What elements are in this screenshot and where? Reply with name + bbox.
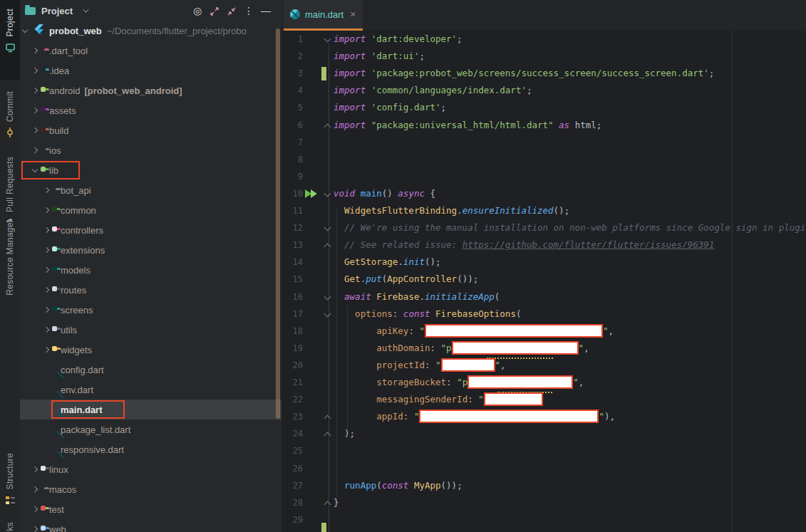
tree-row-label: assets [49, 105, 76, 116]
chevron-collapsed-icon[interactable] [32, 486, 38, 492]
tree-row-screens[interactable]: screens [20, 300, 281, 320]
code-line-13: 13 // See related issue: https://github.… [281, 236, 806, 254]
chevron-down-icon[interactable] [83, 6, 88, 12]
chevron-collapsed-icon[interactable] [43, 347, 49, 353]
line-number: 22 [281, 391, 303, 408]
tree-row-config.dart[interactable]: config.dart [20, 360, 281, 380]
code-line-23: 23 appId: ""), [281, 408, 806, 425]
chevron-collapsed-icon[interactable] [32, 48, 38, 53]
tree-row-label: .dart_tool [49, 46, 88, 56]
code-text: WidgetsFlutterBinding.ensureInitialized(… [334, 202, 569, 219]
chevron-expanded-icon[interactable] [32, 166, 38, 172]
project-scrollbar-thumb[interactable] [276, 28, 280, 419]
tree-row-linux[interactable]: linux [20, 459, 281, 479]
tree-row-extensions[interactable]: extensions [20, 240, 281, 260]
line-number: 13 [281, 236, 303, 254]
code-editor: main.dart × 1import 'dart:developer';2im… [281, 0, 806, 532]
stripe-item-bookmarks[interactable]: Bookmarks [0, 522, 20, 532]
tree-row-.dart_tool[interactable]: .dart_tool [20, 41, 281, 61]
close-tab-icon[interactable]: × [350, 9, 356, 19]
stripe-item-resource-manager[interactable]: Resource Manager [0, 214, 20, 302]
code-line-11: 11 WidgetsFlutterBinding.ensureInitializ… [281, 202, 806, 219]
tree-row-utils[interactable]: utils [20, 320, 281, 340]
stripe-item-commit[interactable]: Commit [0, 85, 20, 154]
tree-row-bot_api[interactable]: bot_api [20, 180, 281, 200]
code-text: authDomain: "p", [334, 340, 589, 357]
code-text: import "package:universal_html/html.dart… [334, 117, 601, 134]
chevron-collapsed-icon[interactable] [32, 127, 38, 133]
fold-region-start-icon[interactable] [324, 293, 331, 300]
tree-row-lib[interactable]: lib [20, 160, 281, 180]
tree-row-package_list.dart[interactable]: package_list.dart [20, 419, 281, 439]
tree-row-label: lib [49, 165, 58, 176]
tree-row-label: controllers [61, 225, 103, 236]
code-area[interactable]: 1import 'dart:developer';2import 'dart:u… [281, 31, 806, 532]
chevron-collapsed-icon[interactable] [32, 88, 38, 93]
chevron-collapsed-icon[interactable] [32, 506, 38, 512]
expand-all-icon[interactable] [206, 0, 223, 21]
tree-row-routes[interactable]: routes [20, 280, 281, 300]
fold-region-end-icon[interactable] [324, 432, 331, 439]
tree-row-responsive.dart[interactable]: responsive.dart [20, 439, 281, 459]
code-line-5: 5import 'config.dart'; [281, 99, 806, 116]
hide-panel-icon[interactable]: — [257, 0, 274, 21]
tree-row-macos[interactable]: macos [20, 479, 281, 499]
chevron-collapsed-icon[interactable] [32, 147, 38, 153]
fold-region-end-icon[interactable] [324, 123, 331, 130]
fold-region-start-icon[interactable] [324, 36, 331, 43]
stripe-label: Pull Requests [5, 157, 15, 212]
fold-region-end-icon[interactable] [324, 244, 331, 251]
tree-row-common[interactable]: common [20, 200, 281, 220]
tab-main-dart[interactable]: main.dart × [284, 0, 363, 31]
chevron-collapsed-icon[interactable] [43, 307, 49, 313]
stripe-item-structure[interactable]: Structure [0, 447, 20, 508]
fold-region-end-icon[interactable] [324, 501, 331, 508]
tree-row-env.dart[interactable]: env.dart [20, 380, 281, 400]
line-number: 3 [281, 65, 303, 82]
tree-row-widgets[interactable]: widgets [20, 340, 281, 360]
tree-row-build[interactable]: build [20, 120, 281, 140]
code-text: // See related issue: https://github.com… [334, 236, 714, 254]
chevron-collapsed-icon[interactable] [43, 267, 49, 273]
tree-row-models[interactable]: models [20, 260, 281, 280]
locate-target-icon[interactable]: ◎ [189, 0, 206, 21]
chevron-collapsed-icon[interactable] [32, 526, 38, 532]
tree-row-controllers[interactable]: controllers [20, 220, 281, 240]
tree-row-suffix: [probot_web_android] [84, 85, 182, 96]
tree-row-assets[interactable]: assets [20, 100, 281, 120]
tree-row-web[interactable]: web [20, 519, 281, 532]
more-options-icon[interactable]: ⋮ [240, 0, 257, 21]
chevron-collapsed-icon[interactable] [43, 227, 49, 233]
chevron-collapsed-icon[interactable] [43, 287, 49, 293]
tree-row-.idea[interactable]: .idea [20, 61, 281, 80]
redacted-secret-box [467, 373, 573, 390]
fold-region-start-icon[interactable] [324, 189, 331, 197]
tree-row-label: widgets [61, 345, 92, 355]
chevron-collapsed-icon[interactable] [43, 207, 49, 213]
code-line-20: 20 projectId: "", [281, 357, 806, 374]
fold-region-start-icon[interactable] [324, 224, 331, 231]
chevron-collapsed-icon[interactable] [43, 187, 49, 193]
collapse-all-icon[interactable] [223, 0, 240, 21]
tool-window-stripe: ProjectCommitPull RequestsResource Manag… [0, 0, 20, 532]
fold-region-start-icon[interactable] [324, 310, 331, 317]
tree-row-android[interactable]: android[probot_web_android] [20, 80, 281, 100]
line-number: 26 [281, 460, 303, 477]
tree-row-ios[interactable]: ios [20, 140, 281, 160]
tree-row-test[interactable]: test [20, 499, 281, 519]
code-text: apiKey: "", [334, 323, 614, 340]
run-main-icon[interactable] [305, 189, 321, 198]
chevron-collapsed-icon[interactable] [32, 466, 38, 472]
stripe-item-project[interactable]: Project [0, 0, 20, 80]
chevron-collapsed-icon[interactable] [43, 327, 49, 333]
chevron-collapsed-icon[interactable] [32, 108, 38, 113]
stripe-item-pull-requests[interactable]: Pull Requests [0, 151, 20, 222]
tree-row-main.dart[interactable]: main.dart [20, 400, 281, 419]
chevron-collapsed-icon[interactable] [32, 68, 38, 73]
tree-row-probot_web[interactable]: probot_web~/Documents/flutter_project/pr… [20, 21, 281, 41]
chevron-collapsed-icon[interactable] [43, 247, 49, 253]
chevron-expanded-icon[interactable] [22, 26, 28, 32]
fold-region-end-icon[interactable] [324, 415, 331, 422]
line-number: 14 [281, 254, 303, 271]
tree-row-label: test [49, 504, 64, 515]
